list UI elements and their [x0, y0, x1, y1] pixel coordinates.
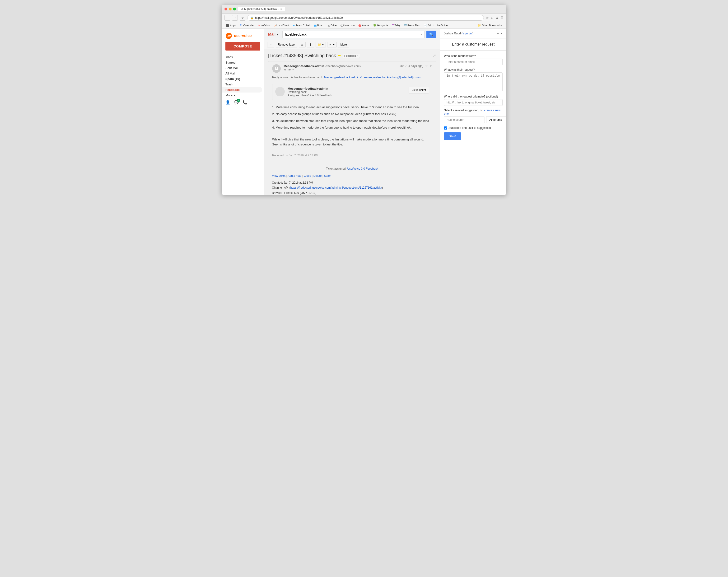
- uv-forum-select[interactable]: All forums UserVoice 3.0 Feedback Genera…: [486, 116, 506, 123]
- uv-who-label: Who is the request from?: [444, 54, 502, 58]
- browser-toolbar-icons: ☆ ⊕ ⚙ ☰: [486, 16, 503, 20]
- phone-icon[interactable]: 📞: [242, 100, 247, 105]
- extensions-icon[interactable]: ⚙: [495, 16, 498, 20]
- bookmark-invision[interactable]: in InVision: [256, 24, 271, 27]
- calendar-icon: 31: [240, 24, 242, 27]
- search-dropdown-icon[interactable]: ▾: [420, 33, 422, 36]
- back-to-inbox-button[interactable]: ←: [267, 42, 274, 48]
- reload-button[interactable]: ↻: [240, 15, 245, 21]
- uv-refine-search-input[interactable]: [444, 116, 485, 123]
- bookmark-intercom[interactable]: 💬 Intercom: [339, 24, 356, 28]
- uv-subscribe-label: Subscribe end-user to suggestion: [448, 126, 491, 130]
- delete-button[interactable]: 🗑: [307, 42, 314, 48]
- sidebar-item-all[interactable]: All Mail: [222, 71, 262, 76]
- uv-save-button[interactable]: Save: [444, 132, 461, 140]
- card-title: Messenger-feedback-admin: [288, 87, 406, 90]
- view-ticket-link[interactable]: View ticket: [272, 174, 285, 178]
- chat-icon[interactable]: 💬 1: [234, 100, 239, 105]
- bookmark-pressthis-label: Press This: [408, 24, 420, 27]
- bookmark-board[interactable]: ▦ Board: [313, 24, 326, 28]
- address-bar[interactable]: 🔒 https://mail.google.com/mail/u/0/#labe…: [247, 15, 484, 21]
- uv-signout-link[interactable]: sign out: [463, 32, 472, 35]
- sidebar-item-more[interactable]: More ▾: [222, 93, 264, 98]
- chat-badge: 1: [237, 99, 240, 102]
- star-icon[interactable]: ☆: [425, 64, 428, 68]
- adduv-icon: 📄: [423, 24, 427, 27]
- gmail-header: Mail ▾ ▾ 🔍: [264, 29, 440, 40]
- card-body: Messenger-feedback-admin Switching back …: [288, 87, 406, 97]
- bookmark-talky[interactable]: T Talky: [391, 24, 402, 27]
- label-icon: 🏷: [329, 43, 332, 46]
- mail-dropdown-icon[interactable]: ▾: [277, 33, 279, 36]
- expand-icon[interactable]: ⤢: [433, 53, 436, 58]
- bookmark-teamcobalt[interactable]: ✦ Team Cobalt: [291, 24, 312, 28]
- bookmark-hangouts[interactable]: 💚 Hangouts: [372, 24, 390, 28]
- to-me-dropdown[interactable]: ▾: [292, 68, 294, 71]
- channel-link[interactable]: https://[redacted].uservoice.com/admin/v…: [290, 186, 382, 189]
- uv-subscribe-checkbox[interactable]: [444, 127, 447, 130]
- browser-tab[interactable]: M M [Ticket #143598] Switchin... ×: [238, 7, 285, 11]
- uv-what-textarea[interactable]: [444, 72, 502, 91]
- uv-minimize-button[interactable]: −: [497, 31, 499, 35]
- uv-form: Who is the request from? What was their …: [440, 51, 506, 144]
- bookmark-adduv[interactable]: 📄 Add to UserVoice: [422, 24, 449, 28]
- body-line-3: 3. No delineation between statuses that …: [272, 119, 432, 124]
- bookmark-talky-label: Talky: [395, 24, 400, 27]
- reply-icon[interactable]: ↩: [430, 64, 432, 68]
- to-me: to me ▾: [284, 68, 400, 71]
- sidebar-item-feedback[interactable]: Feedback: [222, 87, 262, 93]
- star-icon[interactable]: ☆: [486, 16, 489, 20]
- bookmark-pressthis[interactable]: W Press This: [403, 24, 421, 27]
- body-line-2: 2. No easy access to groups of ideas suc…: [272, 112, 432, 117]
- bookmark-other-label: Other Bookmarks: [482, 24, 502, 27]
- label-button[interactable]: 🏷 ▾: [327, 42, 337, 48]
- intercom-icon: 💬: [340, 24, 344, 27]
- search-icon: 🔍: [429, 32, 433, 36]
- reply-line-link[interactable]: Messenger-feedback-admin <messenger-feed…: [324, 76, 420, 79]
- sidebar-item-trash[interactable]: Trash: [222, 82, 262, 87]
- spam-link[interactable]: Spam: [324, 174, 331, 178]
- bookmark-asana[interactable]: ⬤ Asana: [357, 24, 371, 28]
- bookmark-apps[interactable]: Apps: [225, 23, 237, 28]
- search-button[interactable]: 🔍: [426, 31, 436, 38]
- delete-link[interactable]: Delete: [313, 174, 322, 178]
- tab-close-icon[interactable]: ×: [281, 7, 282, 10]
- label-remove-icon[interactable]: ×: [357, 54, 358, 57]
- view-ticket-button[interactable]: View Ticket: [409, 87, 429, 94]
- sidebar-item-inbox[interactable]: Inbox: [222, 54, 262, 60]
- forward-button[interactable]: →: [232, 15, 238, 21]
- uv-close-button[interactable]: ×: [501, 31, 502, 35]
- compose-button[interactable]: COMPOSE: [226, 42, 260, 51]
- back-button[interactable]: ←: [225, 15, 230, 21]
- ticket-assigned-link[interactable]: UserVoice 3.0 Feedback: [347, 167, 378, 171]
- body-para: While I will give that the new tool is c…: [272, 137, 432, 147]
- sidebar-item-spam[interactable]: Spam (19): [222, 76, 262, 82]
- uv-origin-input[interactable]: [444, 99, 502, 106]
- report-spam-button[interactable]: ⚠: [299, 42, 306, 48]
- contacts-icon[interactable]: 👤: [226, 100, 230, 105]
- menu-icon[interactable]: ☰: [500, 16, 503, 20]
- maximize-button[interactable]: [233, 7, 236, 10]
- close-button[interactable]: [225, 7, 227, 10]
- bookmark-icon[interactable]: ⊕: [491, 16, 494, 20]
- email-subject-row: [Ticket #143598] Switching back Feedback…: [268, 53, 436, 58]
- tab-title: M [Ticket #143598] Switchin...: [244, 7, 279, 10]
- minimize-button[interactable]: [229, 7, 232, 10]
- bookmark-calendar[interactable]: 31 Calendar: [238, 24, 255, 27]
- close-link[interactable]: Close: [304, 174, 311, 178]
- remove-label-button[interactable]: Remove label: [276, 42, 297, 48]
- bookmark-lucidchart[interactable]: ◇ LucidChart: [272, 24, 290, 28]
- bookmark-other[interactable]: 📁 Other Bookmarks: [476, 24, 503, 28]
- search-input[interactable]: [285, 32, 420, 36]
- move-to-button[interactable]: 📁 ▾: [316, 42, 326, 48]
- bookmark-lucidchart-label: LucidChart: [277, 24, 289, 27]
- label-tag-yellow[interactable]: [338, 55, 341, 56]
- add-note-link[interactable]: Add a note: [288, 174, 301, 178]
- board-icon: ▦: [314, 24, 316, 27]
- bookmark-drive[interactable]: △ Drive: [327, 24, 338, 28]
- sidebar-item-starred[interactable]: Starred: [222, 60, 262, 65]
- more-button[interactable]: More: [338, 42, 349, 48]
- bookmark-adduv-label: Add to UserVoice: [427, 24, 448, 27]
- uv-who-input[interactable]: [444, 59, 502, 65]
- sidebar-item-sent[interactable]: Sent Mail: [222, 65, 262, 71]
